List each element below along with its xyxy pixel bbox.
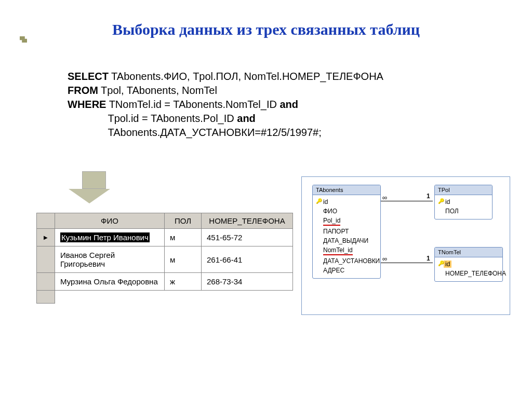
field-fio: ФИО [316, 207, 377, 216]
cell-tel: 451-65-72 [202, 229, 293, 246]
tnomtel-box: TNomTel id НОМЕР_ТЕЛЕФОНА [434, 247, 503, 282]
field-address: АДРЕС [316, 266, 377, 275]
relation-line-2a [381, 263, 407, 263]
cell-tel: 261-66-41 [202, 246, 293, 273]
col-header-tel: НОМЕР_ТЕЛЕФОНА [202, 213, 293, 229]
kw-and-1: and [280, 99, 299, 110]
corner-cell [37, 213, 55, 229]
cell-tel: 268-73-34 [202, 273, 293, 291]
cell-pol: м [165, 246, 202, 273]
rel-one-2: 1 [427, 255, 430, 262]
col-header-pol: ПОЛ [165, 213, 202, 229]
kw-select: SELECT [68, 71, 109, 82]
field-id: id [438, 197, 489, 207]
rel-one-1: 1 [427, 193, 430, 200]
tnomtel-title: TNomTel [435, 248, 502, 257]
field-phone: НОМЕР_ТЕЛЕФОНА [438, 269, 499, 278]
field-nomtelid: NomTel_id [316, 245, 377, 256]
field-polid: Pol_id [316, 216, 377, 227]
table-row: Иванов Сергей Григорьевич м 261-66-41 [37, 246, 293, 273]
table-row: Мурзина Ольга Федоровна ж 268-73-34 [37, 273, 293, 291]
tpol-box: TPol id ПОЛ [434, 185, 493, 219]
col-header-fio: ФИО [55, 213, 165, 229]
select-fields: TAbonents.ФИО, Tpol.ПОЛ, NomTel.НОМЕР_ТЕ… [109, 71, 383, 82]
result-table: ФИО ПОЛ НОМЕР_ТЕЛЕФОНА Кузьмин Петр Иван… [36, 213, 293, 304]
rel-infinity-1: ∞ [382, 194, 387, 201]
table-row: Кузьмин Петр Иванович м 451-65-72 [37, 229, 293, 246]
cell-fio: Кузьмин Петр Иванович [55, 229, 165, 246]
relation-line-1 [381, 201, 433, 201]
table-row-empty [37, 291, 293, 304]
cell-pol: м [165, 229, 202, 246]
field-date-install: ДАТА_УСТАНОВКИ [316, 256, 377, 266]
field-date-issue: ДАТА_ВЫДАЧИ [316, 236, 377, 245]
relation-line-2c [407, 263, 433, 263]
from-tables: Tpol, TAbonents, NomTel [98, 85, 217, 96]
field-id: id [438, 259, 499, 269]
relations-diagram: TAbonents id ФИО Pol_id ПАПОРТ ДАТА_ВЫДА… [301, 176, 510, 315]
kw-where: WHERE [68, 99, 106, 110]
row-header [37, 246, 55, 273]
sql-code-block: SELECT TAbonents.ФИО, Tpol.ПОЛ, NomTel.Н… [68, 70, 532, 140]
row-header [37, 273, 55, 291]
cell-fio: Иванов Сергей Григорьевич [55, 246, 165, 273]
tabonents-box: TAbonents id ФИО Pol_id ПАПОРТ ДАТА_ВЫДА… [312, 185, 381, 279]
field-pol: ПОЛ [438, 207, 489, 216]
row-header [37, 291, 55, 304]
table-header-row: ФИО ПОЛ НОМЕР_ТЕЛЕФОНА [37, 213, 293, 229]
rel-infinity-2: ∞ [382, 255, 387, 263]
where-clause-2: Tpol.id = TAbonents.Pol_ID [68, 113, 237, 124]
cell-fio: Мурзина Ольга Федоровна [55, 273, 165, 291]
cell-pol: ж [165, 273, 202, 291]
field-id: id [316, 197, 377, 207]
field-passport: ПАПОРТ [316, 227, 377, 236]
kw-from: FROM [68, 85, 98, 96]
kw-and-2: and [237, 113, 256, 124]
slide-title: Выборка данных из трех связанных таблиц [0, 0, 532, 49]
where-clause-1: TNomTel.id = TAbonents.NomTel_ID [106, 99, 280, 110]
tpol-title: TPol [435, 185, 492, 195]
tabonents-title: TAbonents [313, 185, 380, 195]
where-clause-3: TAbonents.ДАТА_УСТАНОВКИ=#12/5/1997#; [68, 127, 322, 138]
arrow-down-icon [78, 171, 110, 203]
row-pointer [37, 229, 55, 246]
